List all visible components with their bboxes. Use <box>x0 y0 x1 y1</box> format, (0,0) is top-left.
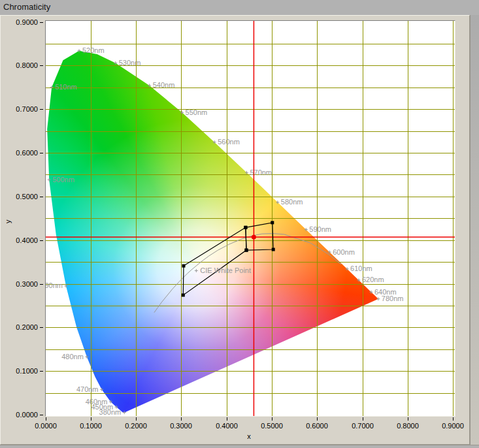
wavelength-tick-marker <box>180 111 184 114</box>
wavelength-label: 560nm <box>218 138 240 146</box>
quad-vertex-marker <box>245 249 248 252</box>
wavelength-tick-marker <box>245 171 248 174</box>
wavelength-tick-marker <box>357 278 360 281</box>
y-axis-tick <box>40 22 43 23</box>
wavelength-label: 380nm <box>99 408 122 416</box>
y-axis-tick <box>40 197 43 197</box>
x-axis-tick-label: 0.3000 <box>161 422 201 430</box>
wavelength-tick-marker <box>50 86 54 89</box>
wavelength-tick-marker <box>115 406 118 409</box>
panel-bottom-bevel <box>0 445 479 448</box>
y-axis-tick-label: 0.2000 <box>0 323 38 331</box>
cie-horseshoe-gamut <box>46 21 455 416</box>
y-axis-tick-label: 0.4000 <box>0 236 38 244</box>
wavelength-label: 490nm <box>46 281 63 289</box>
wavelength-tick-marker <box>78 49 81 52</box>
y-axis-tick-label: 0.1000 <box>0 367 38 375</box>
x-axis-tick-label: 0.1000 <box>71 422 110 430</box>
wavelength-tick-marker <box>305 228 308 231</box>
y-axis-tick-label: 0.9000 <box>0 18 38 26</box>
wavelength-tick-marker <box>328 251 331 254</box>
wavelength-tick-marker <box>213 140 216 144</box>
y-axis-tick <box>40 109 43 110</box>
wavelength-label: 780nm <box>382 295 404 302</box>
y-axis-tick-label: 0.5000 <box>0 193 38 200</box>
white-point-marker <box>195 269 198 272</box>
y-axis-tick-label: 0.6000 <box>0 149 38 157</box>
y-axis-tick-label: 0.3000 <box>0 280 38 288</box>
y-axis-tick <box>40 240 43 241</box>
wavelength-tick-marker <box>346 267 349 270</box>
wavelength-tick-marker <box>148 84 151 87</box>
x-axis-tick <box>227 417 227 421</box>
plot-area[interactable]: 520nm530nm510nm540nm550nm560nm570nm580nm… <box>45 20 455 417</box>
quad-vertex-marker <box>244 226 247 229</box>
wavelength-label: 470nm <box>76 385 99 393</box>
y-axis-tick <box>40 65 43 66</box>
quad-vertex-marker <box>182 293 185 296</box>
x-axis-tick-label: 0.2000 <box>116 422 156 430</box>
wavelength-label: 550nm <box>186 108 208 116</box>
wavelength-label: 530nm <box>119 59 141 67</box>
x-axis-tick-label: 0.4000 <box>207 422 246 430</box>
wavelength-label: 480nm <box>61 353 84 360</box>
wavelength-tick-marker <box>48 178 51 182</box>
wavelength-tick-marker <box>123 411 126 414</box>
wavelength-label: 640nm <box>374 288 397 296</box>
x-axis-title: x <box>239 432 259 441</box>
quad-vertex-marker <box>245 249 248 252</box>
x-axis-tick-label: 0.7000 <box>343 422 382 430</box>
x-axis-tick <box>272 417 273 421</box>
y-axis-tick-label: 0.0000 <box>0 411 38 419</box>
x-axis-tick <box>46 417 46 421</box>
quad-vertex-marker <box>271 221 274 224</box>
wavelength-label: 610nm <box>350 264 372 272</box>
wavelength-tick-marker <box>100 388 103 391</box>
panel-titlebar: Chromaticity <box>0 0 479 15</box>
x-axis-tick <box>136 417 137 421</box>
x-axis-tick <box>91 417 91 421</box>
measured-point-marker <box>252 235 256 240</box>
wavelength-label: 620nm <box>362 276 384 283</box>
wavelength-label: 520nm <box>82 46 105 54</box>
gridlines <box>46 21 455 416</box>
wavelength-label: 510nm <box>55 83 77 91</box>
wavelength-tick-marker <box>276 200 279 204</box>
wavelength-tick-marker <box>114 61 117 65</box>
wavelength-label: 540nm <box>153 81 175 89</box>
y-axis-tick-label: 0.8000 <box>0 61 38 69</box>
wavelength-label: 580nm <box>281 198 303 206</box>
plot-overlay: 520nm530nm510nm540nm550nm560nm570nm580nm… <box>46 21 455 416</box>
y-axis-tick <box>40 327 43 328</box>
y-axis-tick <box>40 153 43 153</box>
wavelength-tick-marker <box>64 284 67 287</box>
planckian-locus-curve <box>154 234 341 313</box>
wavelength-label: 570nm <box>250 168 272 176</box>
wavelength-label: 600nm <box>333 248 355 256</box>
x-axis-tick <box>453 417 454 421</box>
wavelength-labels: 520nm530nm510nm540nm550nm560nm570nm580nm… <box>46 46 404 416</box>
y-axis-tick <box>40 284 43 285</box>
y-axis-title: y <box>4 213 14 223</box>
chromaticity-window: Chromaticity y x 520nm530nm510nm540nm550… <box>0 0 479 448</box>
x-axis-tick <box>408 417 408 421</box>
y-axis-tick-label: 0.7000 <box>0 105 38 113</box>
wavelength-label: 500nm <box>52 176 74 184</box>
wavelength-tick-marker <box>109 400 112 404</box>
x-axis-tick-label: 0.5000 <box>252 422 291 430</box>
wavelength-label: 450nm <box>91 403 113 411</box>
quad-vertex-marker <box>244 226 247 229</box>
tolerance-quad <box>246 223 273 250</box>
tolerance-quad <box>183 227 246 295</box>
y-axis-tick <box>40 415 43 415</box>
x-axis-tick-label: 0.8000 <box>388 422 427 430</box>
page-title: Chromaticity <box>3 2 50 12</box>
x-axis-tick <box>363 417 363 421</box>
x-axis-tick-label: 0.6000 <box>297 422 337 430</box>
x-axis-tick-label: 0.0000 <box>26 422 65 430</box>
wavelength-label: 590nm <box>309 225 331 233</box>
panel-right-bevel <box>470 15 479 445</box>
y-axis-tick <box>40 371 43 372</box>
x-axis-tick <box>181 417 182 421</box>
white-point-label: CIE White Point <box>200 266 251 274</box>
